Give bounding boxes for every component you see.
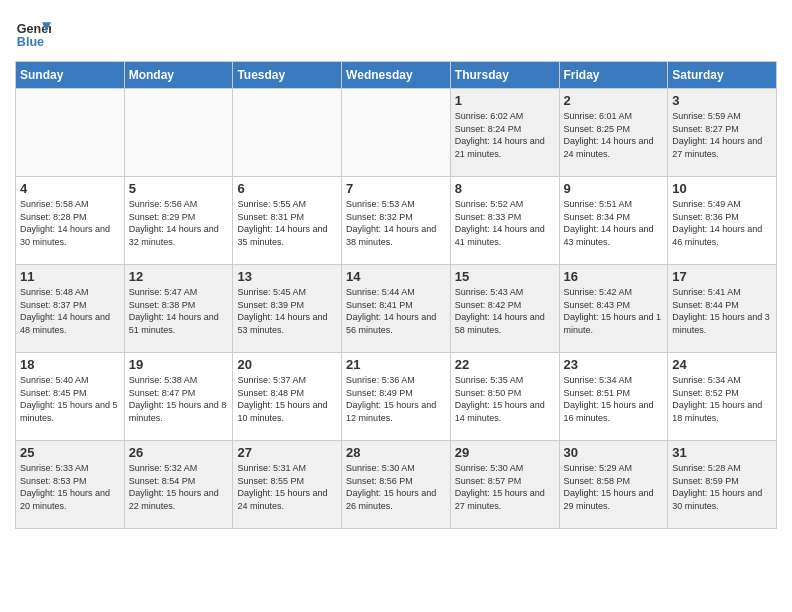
day-number: 7	[346, 181, 446, 196]
calendar-cell	[342, 89, 451, 177]
day-number: 16	[564, 269, 664, 284]
day-number: 21	[346, 357, 446, 372]
week-row-1: 1Sunrise: 6:02 AM Sunset: 8:24 PM Daylig…	[16, 89, 777, 177]
calendar-cell: 11Sunrise: 5:48 AM Sunset: 8:37 PM Dayli…	[16, 265, 125, 353]
day-number: 22	[455, 357, 555, 372]
calendar-cell: 16Sunrise: 5:42 AM Sunset: 8:43 PM Dayli…	[559, 265, 668, 353]
day-info: Sunrise: 5:45 AM Sunset: 8:39 PM Dayligh…	[237, 286, 337, 336]
day-info: Sunrise: 5:29 AM Sunset: 8:58 PM Dayligh…	[564, 462, 664, 512]
calendar-cell: 10Sunrise: 5:49 AM Sunset: 8:36 PM Dayli…	[668, 177, 777, 265]
day-header-friday: Friday	[559, 62, 668, 89]
day-info: Sunrise: 5:30 AM Sunset: 8:57 PM Dayligh…	[455, 462, 555, 512]
day-number: 28	[346, 445, 446, 460]
calendar-cell	[16, 89, 125, 177]
calendar-body: 1Sunrise: 6:02 AM Sunset: 8:24 PM Daylig…	[16, 89, 777, 529]
calendar-cell: 3Sunrise: 5:59 AM Sunset: 8:27 PM Daylig…	[668, 89, 777, 177]
calendar-cell: 6Sunrise: 5:55 AM Sunset: 8:31 PM Daylig…	[233, 177, 342, 265]
calendar-cell: 22Sunrise: 5:35 AM Sunset: 8:50 PM Dayli…	[450, 353, 559, 441]
day-header-saturday: Saturday	[668, 62, 777, 89]
day-number: 12	[129, 269, 229, 284]
day-number: 24	[672, 357, 772, 372]
day-header-tuesday: Tuesday	[233, 62, 342, 89]
calendar-cell: 19Sunrise: 5:38 AM Sunset: 8:47 PM Dayli…	[124, 353, 233, 441]
day-number: 4	[20, 181, 120, 196]
day-info: Sunrise: 5:34 AM Sunset: 8:51 PM Dayligh…	[564, 374, 664, 424]
day-info: Sunrise: 5:34 AM Sunset: 8:52 PM Dayligh…	[672, 374, 772, 424]
day-number: 8	[455, 181, 555, 196]
calendar-cell: 27Sunrise: 5:31 AM Sunset: 8:55 PM Dayli…	[233, 441, 342, 529]
day-info: Sunrise: 5:42 AM Sunset: 8:43 PM Dayligh…	[564, 286, 664, 336]
day-number: 19	[129, 357, 229, 372]
logo-icon: General Blue	[15, 15, 51, 51]
calendar-cell	[233, 89, 342, 177]
day-number: 10	[672, 181, 772, 196]
day-info: Sunrise: 5:56 AM Sunset: 8:29 PM Dayligh…	[129, 198, 229, 248]
day-number: 18	[20, 357, 120, 372]
day-header-wednesday: Wednesday	[342, 62, 451, 89]
day-info: Sunrise: 5:41 AM Sunset: 8:44 PM Dayligh…	[672, 286, 772, 336]
calendar-cell: 21Sunrise: 5:36 AM Sunset: 8:49 PM Dayli…	[342, 353, 451, 441]
calendar-header-row: SundayMondayTuesdayWednesdayThursdayFrid…	[16, 62, 777, 89]
day-header-thursday: Thursday	[450, 62, 559, 89]
logo: General Blue	[15, 15, 51, 51]
day-info: Sunrise: 5:49 AM Sunset: 8:36 PM Dayligh…	[672, 198, 772, 248]
day-info: Sunrise: 5:28 AM Sunset: 8:59 PM Dayligh…	[672, 462, 772, 512]
day-info: Sunrise: 5:33 AM Sunset: 8:53 PM Dayligh…	[20, 462, 120, 512]
calendar-cell: 26Sunrise: 5:32 AM Sunset: 8:54 PM Dayli…	[124, 441, 233, 529]
calendar-cell: 28Sunrise: 5:30 AM Sunset: 8:56 PM Dayli…	[342, 441, 451, 529]
calendar-cell: 15Sunrise: 5:43 AM Sunset: 8:42 PM Dayli…	[450, 265, 559, 353]
day-info: Sunrise: 5:47 AM Sunset: 8:38 PM Dayligh…	[129, 286, 229, 336]
calendar-cell: 20Sunrise: 5:37 AM Sunset: 8:48 PM Dayli…	[233, 353, 342, 441]
day-info: Sunrise: 5:35 AM Sunset: 8:50 PM Dayligh…	[455, 374, 555, 424]
day-info: Sunrise: 5:32 AM Sunset: 8:54 PM Dayligh…	[129, 462, 229, 512]
day-info: Sunrise: 5:51 AM Sunset: 8:34 PM Dayligh…	[564, 198, 664, 248]
day-info: Sunrise: 5:38 AM Sunset: 8:47 PM Dayligh…	[129, 374, 229, 424]
calendar-cell: 18Sunrise: 5:40 AM Sunset: 8:45 PM Dayli…	[16, 353, 125, 441]
calendar-cell: 29Sunrise: 5:30 AM Sunset: 8:57 PM Dayli…	[450, 441, 559, 529]
day-number: 26	[129, 445, 229, 460]
day-info: Sunrise: 5:37 AM Sunset: 8:48 PM Dayligh…	[237, 374, 337, 424]
calendar-cell: 23Sunrise: 5:34 AM Sunset: 8:51 PM Dayli…	[559, 353, 668, 441]
calendar-cell: 25Sunrise: 5:33 AM Sunset: 8:53 PM Dayli…	[16, 441, 125, 529]
week-row-3: 11Sunrise: 5:48 AM Sunset: 8:37 PM Dayli…	[16, 265, 777, 353]
calendar-cell: 12Sunrise: 5:47 AM Sunset: 8:38 PM Dayli…	[124, 265, 233, 353]
day-info: Sunrise: 5:30 AM Sunset: 8:56 PM Dayligh…	[346, 462, 446, 512]
day-number: 6	[237, 181, 337, 196]
day-info: Sunrise: 5:44 AM Sunset: 8:41 PM Dayligh…	[346, 286, 446, 336]
day-info: Sunrise: 5:58 AM Sunset: 8:28 PM Dayligh…	[20, 198, 120, 248]
calendar-cell: 8Sunrise: 5:52 AM Sunset: 8:33 PM Daylig…	[450, 177, 559, 265]
calendar-cell: 13Sunrise: 5:45 AM Sunset: 8:39 PM Dayli…	[233, 265, 342, 353]
day-number: 13	[237, 269, 337, 284]
day-info: Sunrise: 5:59 AM Sunset: 8:27 PM Dayligh…	[672, 110, 772, 160]
calendar-cell: 2Sunrise: 6:01 AM Sunset: 8:25 PM Daylig…	[559, 89, 668, 177]
day-info: Sunrise: 5:40 AM Sunset: 8:45 PM Dayligh…	[20, 374, 120, 424]
day-number: 31	[672, 445, 772, 460]
calendar-cell: 9Sunrise: 5:51 AM Sunset: 8:34 PM Daylig…	[559, 177, 668, 265]
svg-text:Blue: Blue	[17, 35, 44, 49]
day-header-sunday: Sunday	[16, 62, 125, 89]
week-row-4: 18Sunrise: 5:40 AM Sunset: 8:45 PM Dayli…	[16, 353, 777, 441]
day-number: 30	[564, 445, 664, 460]
header: General Blue	[15, 15, 777, 51]
day-info: Sunrise: 5:53 AM Sunset: 8:32 PM Dayligh…	[346, 198, 446, 248]
day-number: 1	[455, 93, 555, 108]
day-info: Sunrise: 5:43 AM Sunset: 8:42 PM Dayligh…	[455, 286, 555, 336]
week-row-2: 4Sunrise: 5:58 AM Sunset: 8:28 PM Daylig…	[16, 177, 777, 265]
day-info: Sunrise: 5:36 AM Sunset: 8:49 PM Dayligh…	[346, 374, 446, 424]
day-number: 23	[564, 357, 664, 372]
calendar-table: SundayMondayTuesdayWednesdayThursdayFrid…	[15, 61, 777, 529]
week-row-5: 25Sunrise: 5:33 AM Sunset: 8:53 PM Dayli…	[16, 441, 777, 529]
day-number: 25	[20, 445, 120, 460]
day-info: Sunrise: 5:31 AM Sunset: 8:55 PM Dayligh…	[237, 462, 337, 512]
day-header-monday: Monday	[124, 62, 233, 89]
calendar-cell	[124, 89, 233, 177]
day-number: 9	[564, 181, 664, 196]
day-info: Sunrise: 5:52 AM Sunset: 8:33 PM Dayligh…	[455, 198, 555, 248]
day-info: Sunrise: 6:02 AM Sunset: 8:24 PM Dayligh…	[455, 110, 555, 160]
calendar-cell: 7Sunrise: 5:53 AM Sunset: 8:32 PM Daylig…	[342, 177, 451, 265]
calendar-cell: 24Sunrise: 5:34 AM Sunset: 8:52 PM Dayli…	[668, 353, 777, 441]
day-number: 20	[237, 357, 337, 372]
day-number: 14	[346, 269, 446, 284]
calendar-cell: 31Sunrise: 5:28 AM Sunset: 8:59 PM Dayli…	[668, 441, 777, 529]
calendar-cell: 30Sunrise: 5:29 AM Sunset: 8:58 PM Dayli…	[559, 441, 668, 529]
